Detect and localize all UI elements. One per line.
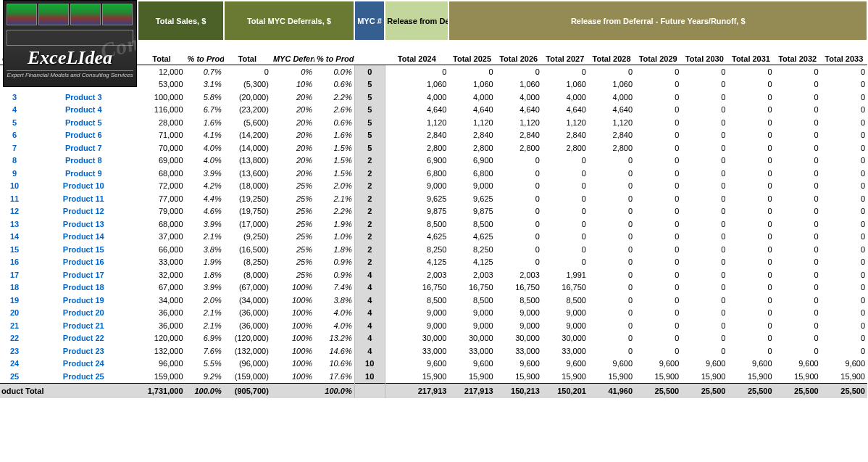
release-future-7[interactable]: 0	[775, 141, 821, 154]
release-future-2[interactable]: 0	[542, 231, 588, 244]
deferral-total[interactable]: (14,000)	[224, 141, 271, 154]
release-future-3[interactable]: 0	[588, 180, 635, 193]
release-future-5[interactable]: 0	[681, 192, 727, 205]
product-description[interactable]: Product 7	[29, 141, 138, 154]
release-future-5[interactable]: 9,600	[681, 358, 727, 371]
release-future-5[interactable]: 0	[681, 167, 727, 180]
release-future-3[interactable]: 0	[588, 345, 635, 358]
release-future-1[interactable]: 4,640	[496, 104, 542, 117]
release-future-0[interactable]: 6,900	[448, 154, 495, 168]
release-future-0[interactable]: 4,000	[448, 91, 495, 104]
release-future-8[interactable]: 0	[821, 167, 867, 180]
sales-pct[interactable]: 9.2%	[185, 370, 224, 383]
release-future-7[interactable]: 0	[775, 256, 821, 269]
product-number[interactable]: 9	[0, 167, 29, 180]
deferral-total[interactable]: (5,300)	[224, 78, 271, 91]
myc-years[interactable]: 2	[354, 154, 385, 168]
release-future-3[interactable]: 9,600	[588, 358, 635, 371]
deferral-total[interactable]: (8,000)	[224, 268, 271, 281]
product-description[interactable]: Product 4	[29, 104, 138, 117]
myc-years[interactable]: 2	[354, 243, 385, 256]
sales-pct[interactable]: 2.1%	[185, 231, 224, 244]
release-future-7[interactable]: 9,600	[775, 358, 821, 371]
myc-deferral-pct[interactable]: 25%	[271, 205, 314, 218]
release-future-7[interactable]: 0	[775, 167, 821, 180]
release-future-3[interactable]: 0	[588, 231, 635, 244]
release-future-5[interactable]: 15,900	[681, 370, 727, 383]
table-row[interactable]: 8Product 869,0004.0%(13,800)20%1.5%26,90…	[0, 154, 867, 168]
col-def-total[interactable]: Total	[224, 41, 271, 65]
release-cy[interactable]: 0	[385, 65, 448, 78]
release-future-1[interactable]: 0	[496, 65, 542, 78]
table-row[interactable]: 9Product 968,0003.9%(13,600)20%1.5%26,80…	[0, 167, 867, 180]
release-future-1[interactable]: 16,750	[496, 281, 542, 294]
release-future-4[interactable]: 0	[635, 231, 681, 244]
col-myc-deferral[interactable]: MYC Deferral	[271, 41, 314, 65]
release-cy[interactable]: 30,000	[385, 332, 448, 345]
release-future-0[interactable]: 0	[448, 65, 495, 78]
deferral-total[interactable]: (19,750)	[224, 205, 271, 218]
sales-total[interactable]: 53,000	[138, 78, 185, 91]
col-2031[interactable]: Total 2031	[727, 41, 774, 65]
release-future-2[interactable]: 9,000	[542, 307, 588, 320]
release-cy[interactable]: 6,800	[385, 167, 448, 180]
myc-deferral-pct[interactable]: 25%	[271, 231, 314, 244]
sales-pct[interactable]: 6.7%	[185, 104, 224, 117]
myc-years[interactable]: 4	[354, 281, 385, 294]
release-future-5[interactable]: 0	[681, 268, 727, 281]
sales-pct[interactable]: 3.9%	[185, 218, 224, 231]
release-future-8[interactable]: 0	[821, 116, 867, 129]
table-row[interactable]: 18Product 1867,0003.9%(67,000)100%7.4%41…	[0, 281, 867, 294]
pct-to-product[interactable]: 4.0%	[314, 307, 354, 320]
col-2027[interactable]: Total 2027	[542, 41, 588, 65]
release-future-3[interactable]: 0	[588, 167, 635, 180]
release-future-1[interactable]: 0	[496, 154, 542, 168]
pct-to-product[interactable]: 0.9%	[314, 256, 354, 269]
release-future-4[interactable]: 15,900	[635, 370, 681, 383]
release-future-8[interactable]: 0	[821, 243, 867, 256]
release-future-7[interactable]: 0	[775, 192, 821, 205]
release-future-5[interactable]: 0	[681, 319, 727, 332]
product-description[interactable]: Product 15	[29, 243, 138, 256]
release-future-6[interactable]: 0	[727, 256, 774, 269]
col-sales-pct[interactable]: % to Product	[185, 41, 224, 65]
table-row[interactable]: 15Product 1566,0003.8%(16,500)25%1.8%28,…	[0, 243, 867, 256]
myc-years[interactable]: 10	[354, 358, 385, 371]
myc-deferral-pct[interactable]: 25%	[271, 180, 314, 193]
release-future-8[interactable]: 0	[821, 345, 867, 358]
release-future-4[interactable]: 0	[635, 345, 681, 358]
release-future-2[interactable]: 4,640	[542, 104, 588, 117]
pct-to-product[interactable]: 0.6%	[314, 78, 354, 91]
release-future-0[interactable]: 4,125	[448, 256, 495, 269]
pct-to-product[interactable]: 10.6%	[314, 358, 354, 371]
col-def-pct[interactable]: % to Product	[314, 41, 354, 65]
release-future-8[interactable]: 0	[821, 104, 867, 117]
release-future-7[interactable]: 0	[775, 294, 821, 307]
product-number[interactable]: 19	[0, 294, 29, 307]
release-future-0[interactable]: 1,060	[448, 78, 495, 91]
product-description[interactable]: Product 18	[29, 281, 138, 294]
release-future-8[interactable]: 0	[821, 180, 867, 193]
release-future-5[interactable]: 0	[681, 180, 727, 193]
release-future-1[interactable]: 0	[496, 256, 542, 269]
release-future-2[interactable]: 0	[542, 167, 588, 180]
release-future-8[interactable]: 0	[821, 91, 867, 104]
release-future-5[interactable]: 0	[681, 141, 727, 154]
table-row[interactable]: 21Product 2136,0002.1%(36,000)100%4.0%49…	[0, 319, 867, 332]
sales-pct[interactable]: 4.0%	[185, 154, 224, 168]
release-cy[interactable]: 1,120	[385, 116, 448, 129]
pct-to-product[interactable]: 1.0%	[314, 231, 354, 244]
release-future-7[interactable]: 0	[775, 205, 821, 218]
release-future-1[interactable]: 0	[496, 243, 542, 256]
myc-deferral-pct[interactable]: 100%	[271, 370, 314, 383]
release-future-5[interactable]: 0	[681, 294, 727, 307]
release-future-7[interactable]: 0	[775, 218, 821, 231]
release-future-8[interactable]: 15,900	[821, 370, 867, 383]
myc-deferral-pct[interactable]: 25%	[271, 218, 314, 231]
deferral-total[interactable]: (23,200)	[224, 104, 271, 117]
release-future-7[interactable]: 0	[775, 319, 821, 332]
release-future-8[interactable]: 0	[821, 154, 867, 168]
release-future-0[interactable]: 9,000	[448, 180, 495, 193]
myc-deferral-pct[interactable]: 100%	[271, 332, 314, 345]
product-description[interactable]: Product 20	[29, 307, 138, 320]
